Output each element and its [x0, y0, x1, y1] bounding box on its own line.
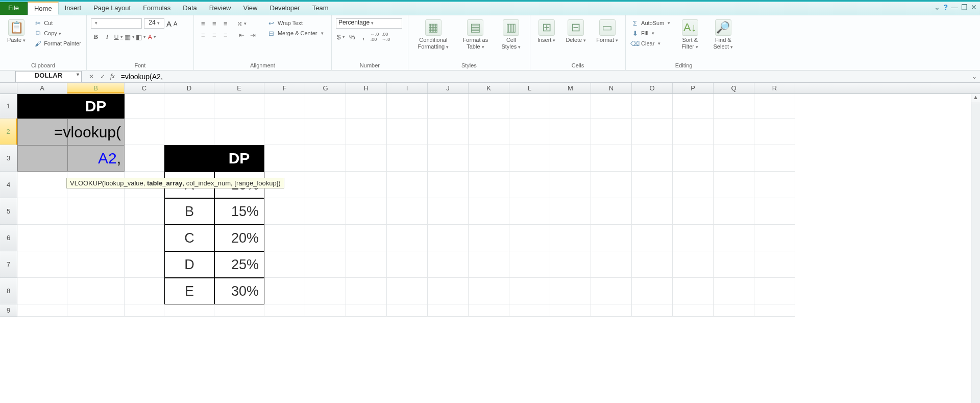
- clear-button[interactable]: ⌫Clear: [630, 39, 671, 48]
- cell-I1[interactable]: [387, 94, 428, 118]
- cell-E1[interactable]: [214, 94, 264, 118]
- cell-D7[interactable]: D: [164, 251, 214, 278]
- align-bottom-button[interactable]: ≡: [220, 18, 231, 29]
- cell-N4[interactable]: [591, 172, 632, 198]
- italic-button[interactable]: I: [102, 32, 112, 42]
- cell-Q9[interactable]: [714, 304, 754, 317]
- cell-L3[interactable]: [509, 145, 550, 172]
- cell-G3[interactable]: [305, 145, 346, 172]
- cell-C9[interactable]: [125, 304, 164, 317]
- cell-F2[interactable]: [264, 118, 305, 145]
- align-right-button[interactable]: ≡: [220, 30, 231, 40]
- column-header-G[interactable]: G: [305, 83, 346, 93]
- cell-R1[interactable]: [754, 94, 795, 118]
- cell-K3[interactable]: [469, 145, 509, 172]
- cell-F9[interactable]: [264, 304, 305, 317]
- insert-cells-button[interactable]: ⊞Insert: [534, 18, 559, 44]
- cell-Q2[interactable]: [714, 118, 754, 145]
- cell-C5[interactable]: [125, 198, 164, 225]
- cell-L5[interactable]: [509, 198, 550, 225]
- align-left-button[interactable]: ≡: [198, 30, 208, 40]
- percent-button[interactable]: %: [347, 32, 357, 42]
- cell-E9[interactable]: [214, 304, 264, 317]
- help-icon[interactable]: ?: [943, 3, 948, 11]
- wrap-text-button[interactable]: ↩Wrap Text: [266, 18, 325, 28]
- cell-F7[interactable]: [264, 251, 305, 278]
- column-header-D[interactable]: D: [164, 83, 214, 93]
- cell-F8[interactable]: [264, 278, 305, 304]
- cell-R5[interactable]: [754, 198, 795, 225]
- column-header-Q[interactable]: Q: [714, 83, 754, 93]
- cell-K8[interactable]: [469, 278, 509, 304]
- cell-J3[interactable]: [428, 145, 469, 172]
- tab-data[interactable]: Data: [177, 2, 203, 15]
- cell-A6[interactable]: [17, 225, 67, 251]
- cell-J2[interactable]: [428, 118, 469, 145]
- tab-home[interactable]: Home: [28, 2, 59, 15]
- bold-button[interactable]: B: [91, 32, 101, 42]
- select-all-corner[interactable]: [0, 83, 17, 93]
- formula-expand-button[interactable]: ⌄: [969, 73, 980, 80]
- cell-C2[interactable]: [125, 118, 164, 145]
- cell-K4[interactable]: [469, 172, 509, 198]
- column-header-B[interactable]: B: [67, 83, 125, 93]
- column-header-O[interactable]: O: [632, 83, 673, 93]
- cell-E8[interactable]: 30%: [214, 278, 264, 304]
- cell-J4[interactable]: [428, 172, 469, 198]
- cell-N1[interactable]: [591, 94, 632, 118]
- column-header-E[interactable]: E: [214, 83, 264, 93]
- tab-formulas[interactable]: Formulas: [137, 2, 177, 15]
- cell-R4[interactable]: [754, 172, 795, 198]
- cell-C3[interactable]: [125, 145, 164, 172]
- cell-M8[interactable]: [550, 278, 591, 304]
- cell-B6[interactable]: [67, 225, 125, 251]
- cell-M1[interactable]: [550, 94, 591, 118]
- cell-K9[interactable]: [469, 304, 509, 317]
- cell-C1[interactable]: [125, 94, 164, 118]
- cell-H3[interactable]: [346, 145, 387, 172]
- paste-button[interactable]: 📋 Paste: [4, 18, 29, 44]
- row-header-8[interactable]: 8: [0, 278, 17, 304]
- cell-F6[interactable]: [264, 225, 305, 251]
- cell-Q3[interactable]: [714, 145, 754, 172]
- cell-A7[interactable]: [17, 251, 67, 278]
- tab-insert[interactable]: Insert: [59, 2, 88, 15]
- cell-D2[interactable]: [164, 118, 214, 145]
- cell-F5[interactable]: [264, 198, 305, 225]
- autosum-button[interactable]: ΣAutoSum: [630, 18, 671, 28]
- cell-I5[interactable]: [387, 198, 428, 225]
- cell-G7[interactable]: [305, 251, 346, 278]
- cell-A8[interactable]: [17, 278, 67, 304]
- cell-L4[interactable]: [509, 172, 550, 198]
- cell-M9[interactable]: [550, 304, 591, 317]
- cell-L1[interactable]: [509, 94, 550, 118]
- cell-B8[interactable]: [67, 278, 125, 304]
- find-select-button[interactable]: 🔎Find & Select: [708, 18, 738, 51]
- cell-G6[interactable]: [305, 225, 346, 251]
- cell-Q1[interactable]: [714, 94, 754, 118]
- column-header-M[interactable]: M: [550, 83, 591, 93]
- fill-color-button[interactable]: ◧: [136, 32, 146, 42]
- cell-I8[interactable]: [387, 278, 428, 304]
- column-header-I[interactable]: I: [387, 83, 428, 93]
- cell-J8[interactable]: [428, 278, 469, 304]
- cell-O9[interactable]: [632, 304, 673, 317]
- cell-H4[interactable]: [346, 172, 387, 198]
- cell-Q7[interactable]: [714, 251, 754, 278]
- cell-H8[interactable]: [346, 278, 387, 304]
- cut-button[interactable]: ✂Cut: [33, 18, 82, 28]
- cell-N9[interactable]: [591, 304, 632, 317]
- increase-decimal-button[interactable]: ←.0.00: [370, 32, 380, 42]
- font-color-button[interactable]: A: [147, 32, 157, 42]
- cell-L7[interactable]: [509, 251, 550, 278]
- cell-Q6[interactable]: [714, 225, 754, 251]
- cell-B2[interactable]: =vlookup(: [67, 118, 125, 145]
- cell-I2[interactable]: [387, 118, 428, 145]
- cell-O3[interactable]: [632, 145, 673, 172]
- cell-R6[interactable]: [754, 225, 795, 251]
- cell-A1[interactable]: [17, 94, 67, 118]
- comma-button[interactable]: ,: [358, 32, 369, 42]
- row-header-5[interactable]: 5: [0, 198, 17, 225]
- tab-review[interactable]: Review: [203, 2, 237, 15]
- cell-H9[interactable]: [346, 304, 387, 317]
